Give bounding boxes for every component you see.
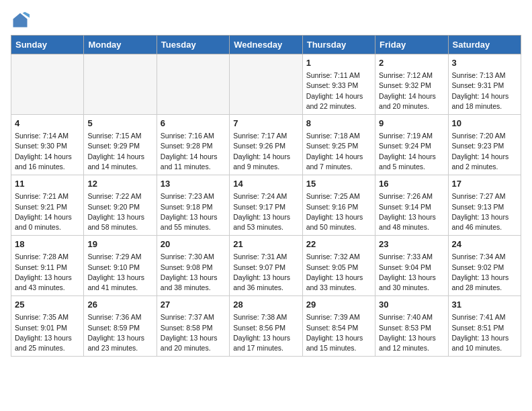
day-number: 5 xyxy=(87,118,152,130)
header-row: SundayMondayTuesdayWednesdayThursdayFrid… xyxy=(11,36,521,54)
day-number: 17 xyxy=(452,178,517,190)
day-info: Sunrise: 7:23 AM Sunset: 9:18 PM Dayligh… xyxy=(161,191,226,232)
day-number: 25 xyxy=(15,299,80,311)
col-header-saturday: Saturday xyxy=(448,36,521,54)
col-header-sunday: Sunday xyxy=(11,36,84,54)
week-row-2: 4Sunrise: 7:14 AM Sunset: 9:30 PM Daylig… xyxy=(11,115,521,175)
col-header-thursday: Thursday xyxy=(302,36,375,54)
day-info: Sunrise: 7:30 AM Sunset: 9:08 PM Dayligh… xyxy=(161,252,226,293)
day-info: Sunrise: 7:36 AM Sunset: 8:59 PM Dayligh… xyxy=(87,312,152,353)
day-number: 3 xyxy=(452,57,517,69)
day-number: 6 xyxy=(161,118,226,130)
day-cell: 19Sunrise: 7:29 AM Sunset: 9:10 PM Dayli… xyxy=(84,236,157,296)
day-cell: 6Sunrise: 7:16 AM Sunset: 9:28 PM Daylig… xyxy=(157,115,229,175)
week-row-5: 25Sunrise: 7:35 AM Sunset: 9:01 PM Dayli… xyxy=(11,296,521,357)
day-info: Sunrise: 7:13 AM Sunset: 9:31 PM Dayligh… xyxy=(452,71,517,111)
day-number: 13 xyxy=(161,178,226,190)
logo xyxy=(11,11,32,30)
day-info: Sunrise: 7:21 AM Sunset: 9:21 PM Dayligh… xyxy=(15,191,80,232)
day-cell: 13Sunrise: 7:23 AM Sunset: 9:18 PM Dayli… xyxy=(157,175,229,236)
day-cell: 22Sunrise: 7:32 AM Sunset: 9:05 PM Dayli… xyxy=(302,236,375,296)
week-row-4: 18Sunrise: 7:28 AM Sunset: 9:11 PM Dayli… xyxy=(11,236,521,296)
day-number: 15 xyxy=(306,178,371,190)
day-info: Sunrise: 7:38 AM Sunset: 8:56 PM Dayligh… xyxy=(233,312,298,353)
day-info: Sunrise: 7:40 AM Sunset: 8:53 PM Dayligh… xyxy=(379,312,444,353)
day-info: Sunrise: 7:27 AM Sunset: 9:13 PM Dayligh… xyxy=(452,191,517,232)
day-cell: 17Sunrise: 7:27 AM Sunset: 9:13 PM Dayli… xyxy=(448,175,521,236)
day-info: Sunrise: 7:33 AM Sunset: 9:04 PM Dayligh… xyxy=(379,252,444,293)
day-info: Sunrise: 7:17 AM Sunset: 9:26 PM Dayligh… xyxy=(233,131,298,172)
day-info: Sunrise: 7:41 AM Sunset: 8:51 PM Dayligh… xyxy=(452,312,517,353)
day-cell: 2Sunrise: 7:12 AM Sunset: 9:32 PM Daylig… xyxy=(375,54,448,115)
day-number: 26 xyxy=(87,299,152,311)
day-info: Sunrise: 7:20 AM Sunset: 9:23 PM Dayligh… xyxy=(452,131,517,172)
day-cell: 10Sunrise: 7:20 AM Sunset: 9:23 PM Dayli… xyxy=(448,115,521,175)
day-cell: 18Sunrise: 7:28 AM Sunset: 9:11 PM Dayli… xyxy=(11,236,84,296)
day-number: 12 xyxy=(87,178,152,190)
page-header xyxy=(11,11,521,30)
day-number: 7 xyxy=(233,118,298,130)
svg-marker-1 xyxy=(13,13,28,28)
day-cell: 5Sunrise: 7:15 AM Sunset: 9:29 PM Daylig… xyxy=(84,115,157,175)
day-number: 9 xyxy=(379,118,444,130)
day-cell xyxy=(157,54,229,115)
calendar-table: SundayMondayTuesdayWednesdayThursdayFrid… xyxy=(11,35,521,357)
day-number: 19 xyxy=(87,238,152,250)
day-info: Sunrise: 7:26 AM Sunset: 9:14 PM Dayligh… xyxy=(379,191,444,232)
day-cell: 24Sunrise: 7:34 AM Sunset: 9:02 PM Dayli… xyxy=(448,236,521,296)
day-number: 2 xyxy=(379,57,444,69)
day-info: Sunrise: 7:22 AM Sunset: 9:20 PM Dayligh… xyxy=(87,191,152,232)
day-cell: 31Sunrise: 7:41 AM Sunset: 8:51 PM Dayli… xyxy=(448,296,521,357)
day-info: Sunrise: 7:39 AM Sunset: 8:54 PM Dayligh… xyxy=(306,312,371,353)
day-cell: 14Sunrise: 7:24 AM Sunset: 9:17 PM Dayli… xyxy=(230,175,302,236)
day-cell xyxy=(84,54,157,115)
day-cell xyxy=(11,54,84,115)
day-number: 21 xyxy=(233,238,298,250)
col-header-wednesday: Wednesday xyxy=(230,36,302,54)
day-cell: 1Sunrise: 7:11 AM Sunset: 9:33 PM Daylig… xyxy=(302,54,375,115)
day-cell: 15Sunrise: 7:25 AM Sunset: 9:16 PM Dayli… xyxy=(302,175,375,236)
day-info: Sunrise: 7:19 AM Sunset: 9:24 PM Dayligh… xyxy=(379,131,444,172)
day-cell: 28Sunrise: 7:38 AM Sunset: 8:56 PM Dayli… xyxy=(230,296,302,357)
day-cell: 23Sunrise: 7:33 AM Sunset: 9:04 PM Dayli… xyxy=(375,236,448,296)
day-info: Sunrise: 7:16 AM Sunset: 9:28 PM Dayligh… xyxy=(161,131,226,172)
day-cell: 3Sunrise: 7:13 AM Sunset: 9:31 PM Daylig… xyxy=(448,54,521,115)
day-info: Sunrise: 7:32 AM Sunset: 9:05 PM Dayligh… xyxy=(306,252,371,293)
day-info: Sunrise: 7:14 AM Sunset: 9:30 PM Dayligh… xyxy=(15,131,80,172)
day-number: 20 xyxy=(161,238,226,250)
day-info: Sunrise: 7:18 AM Sunset: 9:25 PM Dayligh… xyxy=(306,131,371,172)
day-number: 10 xyxy=(452,118,517,130)
day-number: 4 xyxy=(15,118,80,130)
day-info: Sunrise: 7:34 AM Sunset: 9:02 PM Dayligh… xyxy=(452,252,517,293)
day-cell: 25Sunrise: 7:35 AM Sunset: 9:01 PM Dayli… xyxy=(11,296,84,357)
day-number: 18 xyxy=(15,238,80,250)
week-row-1: 1Sunrise: 7:11 AM Sunset: 9:33 PM Daylig… xyxy=(11,54,521,115)
day-number: 28 xyxy=(233,299,298,311)
col-header-tuesday: Tuesday xyxy=(157,36,229,54)
day-cell xyxy=(230,54,302,115)
day-number: 1 xyxy=(306,57,371,69)
day-number: 23 xyxy=(379,238,444,250)
col-header-friday: Friday xyxy=(375,36,448,54)
day-number: 30 xyxy=(379,299,444,311)
day-number: 16 xyxy=(379,178,444,190)
logo-icon xyxy=(11,11,30,30)
day-number: 11 xyxy=(15,178,80,190)
day-info: Sunrise: 7:15 AM Sunset: 9:29 PM Dayligh… xyxy=(87,131,152,172)
day-info: Sunrise: 7:37 AM Sunset: 8:58 PM Dayligh… xyxy=(161,312,226,353)
day-info: Sunrise: 7:28 AM Sunset: 9:11 PM Dayligh… xyxy=(15,252,80,293)
day-number: 14 xyxy=(233,178,298,190)
day-number: 29 xyxy=(306,299,371,311)
day-cell: 30Sunrise: 7:40 AM Sunset: 8:53 PM Dayli… xyxy=(375,296,448,357)
day-info: Sunrise: 7:25 AM Sunset: 9:16 PM Dayligh… xyxy=(306,191,371,232)
day-info: Sunrise: 7:35 AM Sunset: 9:01 PM Dayligh… xyxy=(15,312,80,353)
day-cell: 9Sunrise: 7:19 AM Sunset: 9:24 PM Daylig… xyxy=(375,115,448,175)
day-cell: 20Sunrise: 7:30 AM Sunset: 9:08 PM Dayli… xyxy=(157,236,229,296)
day-info: Sunrise: 7:12 AM Sunset: 9:32 PM Dayligh… xyxy=(379,71,444,111)
day-cell: 26Sunrise: 7:36 AM Sunset: 8:59 PM Dayli… xyxy=(84,296,157,357)
day-cell: 29Sunrise: 7:39 AM Sunset: 8:54 PM Dayli… xyxy=(302,296,375,357)
day-number: 27 xyxy=(161,299,226,311)
day-number: 24 xyxy=(452,238,517,250)
day-number: 8 xyxy=(306,118,371,130)
day-cell: 7Sunrise: 7:17 AM Sunset: 9:26 PM Daylig… xyxy=(230,115,302,175)
